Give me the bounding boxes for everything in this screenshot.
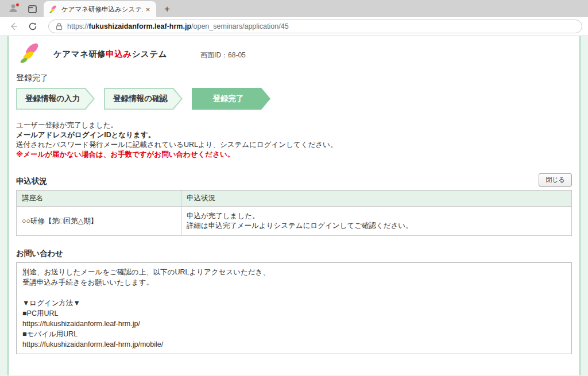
contact-box: 別途、お送りしたメールをご確認の上、以下のURLよりアクセスいただき、 受講申込… bbox=[16, 262, 572, 354]
column-header-status: 申込状況 bbox=[181, 191, 572, 207]
site-title: ケアマネ研修申込みシステム bbox=[53, 49, 167, 60]
contact-line: 別途、お送りしたメールをご確認の上、以下のURLよりアクセスいただき、 bbox=[22, 267, 566, 277]
contact-heading: お問い合わせ bbox=[16, 249, 572, 259]
url-domain: fukushizaidanform.leaf-hrm.jp bbox=[89, 22, 192, 30]
message-line2: メールアドレスがログインIDとなります。 bbox=[16, 130, 572, 140]
table-header-row: 講座名 申込状況 bbox=[17, 191, 572, 207]
step-input-label: 登録情報の入力 bbox=[16, 88, 95, 110]
browser-tab[interactable]: ケアマネ研修申込みシステム × bbox=[44, 1, 156, 17]
message-line1: ユーザー登録が完了しました。 bbox=[16, 121, 572, 130]
page-background: ケアマネ研修申込みシステム 画面ID：68-05 登録完了 登録情報の入力 登録… bbox=[0, 36, 588, 375]
tab-actions-menu-button[interactable] bbox=[24, 1, 40, 17]
progress-steps: 登録情報の入力 登録情報の確認 登録完了 bbox=[16, 88, 572, 110]
site-logo-leaf-icon bbox=[19, 43, 41, 65]
status-line2: 詳細は申込完了メールよりシステムにログインしてご確認ください。 bbox=[187, 221, 566, 231]
url-text: https://fukushizaidanform.leaf-hrm.jp/op… bbox=[67, 22, 289, 30]
tab-actions-icon bbox=[28, 5, 37, 13]
step-confirm-label: 登録情報の確認 bbox=[104, 88, 183, 110]
application-status-header-row: 申込状況 閉じる bbox=[16, 173, 572, 187]
new-tab-button[interactable]: + bbox=[160, 2, 175, 17]
url-scheme: https:// bbox=[67, 22, 89, 30]
step-complete-active: 登録完了 bbox=[192, 88, 270, 110]
site-title-red-part: 申込み bbox=[106, 49, 131, 59]
url-path: /open_seminars/application/45 bbox=[191, 22, 289, 30]
page-container: ケアマネ研修申込みシステム 画面ID：68-05 登録完了 登録情報の入力 登録… bbox=[7, 36, 581, 375]
lock-icon bbox=[56, 22, 63, 30]
course-name-cell: ○○研修【第□回第△期】 bbox=[17, 207, 181, 236]
contact-pc-url: https://fukushizaidanform.leaf-hrm.jp/ bbox=[22, 319, 566, 329]
tab-title: ケアマネ研修申込みシステム bbox=[61, 5, 143, 14]
contact-line: ▼ログイン方法▼ bbox=[22, 298, 566, 308]
url-input[interactable]: https://fukushizaidanform.leaf-hrm.jp/op… bbox=[48, 20, 582, 33]
status-cell: 申込が完了しました。 詳細は申込完了メールよりシステムにログインしてご確認くださ… bbox=[181, 207, 572, 236]
close-tab-icon[interactable]: × bbox=[143, 5, 153, 14]
screen-id: 画面ID：68-05 bbox=[200, 51, 246, 60]
address-bar: https://fukushizaidanform.leaf-hrm.jp/op… bbox=[0, 17, 588, 36]
favicon-leaf-icon bbox=[49, 5, 57, 14]
page-title: 登録完了 bbox=[16, 73, 572, 83]
application-status-table: 講座名 申込状況 ○○研修【第□回第△期】 申込が完了しました。 詳細は申込完了… bbox=[16, 190, 572, 236]
step-input: 登録情報の入力 bbox=[16, 88, 95, 110]
back-arrow-icon bbox=[9, 22, 18, 31]
message-line3: 送付されたパスワード発行メールに記載されているURLより、システムにログインして… bbox=[16, 140, 572, 150]
column-header-course: 講座名 bbox=[17, 191, 181, 207]
completion-messages: ユーザー登録が完了しました。 メールアドレスがログインIDとなります。 送付され… bbox=[16, 121, 572, 160]
step-confirm: 登録情報の確認 bbox=[104, 88, 183, 110]
table-row: ○○研修【第□回第△期】 申込が完了しました。 詳細は申込完了メールよりシステム… bbox=[17, 207, 572, 236]
close-button[interactable]: 閉じる bbox=[539, 173, 572, 187]
step-complete-label: 登録完了 bbox=[192, 88, 270, 110]
message-warning: ※メールが届かない場合は、お手数ですがお問い合わせください。 bbox=[16, 150, 572, 160]
notification-dot-icon bbox=[16, 3, 20, 7]
back-button[interactable] bbox=[6, 19, 21, 34]
tab-bar: ケアマネ研修申込みシステム × + bbox=[0, 0, 588, 17]
contact-line: ■PC用URL bbox=[22, 308, 566, 319]
application-status-heading: 申込状況 bbox=[16, 176, 47, 187]
site-header: ケアマネ研修申込みシステム 画面ID：68-05 bbox=[16, 43, 572, 65]
refresh-button[interactable] bbox=[25, 19, 40, 34]
contact-mobile-url: https://fukushizaidanform.leaf-hrm.jp/mo… bbox=[22, 339, 566, 350]
browser-profile-button[interactable] bbox=[5, 1, 22, 17]
contact-line: ■モバイル用URL bbox=[22, 329, 566, 339]
contact-line: 受講申込み手続きをお願いいたします。 bbox=[22, 277, 566, 288]
status-line1: 申込が完了しました。 bbox=[187, 211, 566, 221]
refresh-icon bbox=[28, 22, 37, 31]
browser-chrome: ケアマネ研修申込みシステム × + https://fukushizaidanf… bbox=[0, 0, 588, 36]
contact-line bbox=[22, 288, 566, 298]
